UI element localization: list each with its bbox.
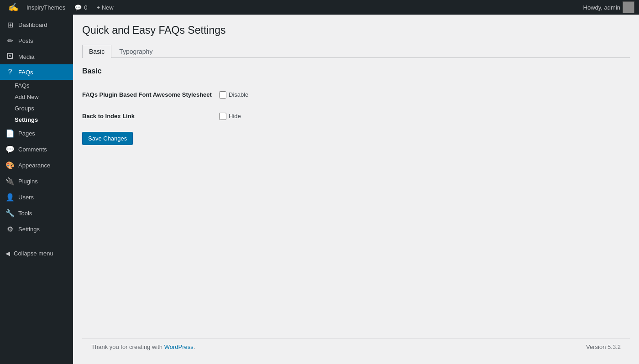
comments-icon: 💬 bbox=[5, 145, 15, 154]
sidebar-item-plugins[interactable]: 🔌 Plugins bbox=[0, 173, 73, 189]
dashboard-icon: ⊞ bbox=[5, 21, 15, 29]
wordpress-link[interactable]: WordPress bbox=[164, 343, 194, 350]
sidebar-item-label: Users bbox=[18, 194, 34, 201]
sidebar-item-label: Tools bbox=[18, 210, 32, 217]
font-awesome-checkbox[interactable] bbox=[219, 91, 226, 99]
font-awesome-checkbox-label[interactable]: Disable bbox=[219, 91, 424, 99]
sidebar-item-label: Appearance bbox=[18, 162, 50, 169]
section-heading: Basic bbox=[82, 67, 630, 75]
sidebar-item-comments[interactable]: 💬 Comments bbox=[0, 141, 73, 157]
users-icon: 👤 bbox=[5, 193, 15, 202]
sidebar-item-settings[interactable]: ⚙ Settings bbox=[0, 221, 73, 237]
back-to-index-checkbox[interactable] bbox=[219, 113, 226, 120]
settings-form: FAQs Plugin Based Font Awesome Styleshee… bbox=[82, 84, 424, 127]
table-row: FAQs Plugin Based Font Awesome Styleshee… bbox=[82, 84, 424, 106]
sidebar-item-users[interactable]: 👤 Users bbox=[0, 189, 73, 205]
plugins-icon: 🔌 bbox=[5, 177, 15, 186]
collapse-label: Collapse menu bbox=[14, 250, 53, 257]
admin-bar-right: Howdy, admin bbox=[583, 1, 634, 13]
sidebar-item-pages[interactable]: 📄 Pages bbox=[0, 125, 73, 141]
sidebar-item-label: Comments bbox=[18, 146, 47, 153]
comments-link[interactable]: 💬 0 bbox=[70, 0, 92, 15]
font-awesome-checkbox-text: Disable bbox=[229, 91, 248, 98]
sidebar-item-tools[interactable]: 🔧 Tools bbox=[0, 205, 73, 221]
faqs-submenu-add-new[interactable]: Add New bbox=[0, 91, 73, 103]
footer: Thank you for creating with WordPress. V… bbox=[82, 338, 630, 355]
tab-basic[interactable]: Basic bbox=[82, 45, 111, 58]
sidebar-item-posts[interactable]: ✏ Posts bbox=[0, 33, 73, 49]
main-content: Quick and Easy FAQs Settings Basic Typog… bbox=[73, 15, 639, 364]
appearance-icon: 🎨 bbox=[5, 161, 15, 170]
faqs-submenu: FAQs Add New Groups Settings bbox=[0, 80, 73, 125]
faqs-submenu-groups[interactable]: Groups bbox=[0, 103, 73, 114]
pages-icon: 📄 bbox=[5, 129, 15, 138]
table-row: Back to Index Link Hide bbox=[82, 105, 424, 127]
settings-icon: ⚙ bbox=[5, 225, 15, 234]
sidebar-item-dashboard[interactable]: ⊞ Dashboard bbox=[0, 17, 73, 33]
collapse-icon: ◀ bbox=[5, 250, 10, 257]
tools-icon: 🔧 bbox=[5, 209, 15, 218]
sidebar-item-label: FAQs bbox=[18, 69, 33, 76]
faqs-submenu-faqs[interactable]: FAQs bbox=[0, 80, 73, 91]
wp-logo[interactable]: ✍ bbox=[5, 0, 22, 15]
sidebar-item-label: Plugins bbox=[18, 178, 38, 185]
sidebar-item-faqs[interactable]: ? FAQs bbox=[0, 64, 73, 80]
sidebar-item-label: Settings bbox=[18, 226, 40, 233]
comments-count: 0 bbox=[84, 4, 87, 11]
sidebar-item-appearance[interactable]: 🎨 Appearance bbox=[0, 157, 73, 173]
sidebar-item-label: Media bbox=[18, 53, 34, 60]
collapse-menu-button[interactable]: ◀ Collapse menu bbox=[0, 246, 73, 260]
font-awesome-label: FAQs Plugin Based Font Awesome Styleshee… bbox=[82, 84, 219, 106]
back-to-index-checkbox-text: Hide bbox=[229, 113, 241, 120]
content-wrap: Quick and Easy FAQs Settings Basic Typog… bbox=[82, 24, 630, 338]
sidebar-item-label: Posts bbox=[18, 37, 33, 44]
sidebar-item-media[interactable]: 🖼 Media bbox=[0, 49, 73, 64]
footer-text: Thank you for creating with bbox=[91, 343, 164, 350]
admin-bar: ✍ InspiryThemes 💬 0 + New Howdy, admin bbox=[0, 0, 639, 15]
tab-typography[interactable]: Typography bbox=[112, 45, 159, 58]
version-text: Version 5.3.2 bbox=[586, 343, 621, 350]
back-to-index-checkbox-label[interactable]: Hide bbox=[219, 113, 424, 120]
admin-avatar[interactable] bbox=[623, 1, 634, 13]
save-changes-button[interactable]: Save Changes bbox=[82, 132, 133, 145]
comments-icon: 💬 bbox=[74, 4, 82, 11]
site-name-link[interactable]: InspiryThemes bbox=[22, 0, 70, 15]
posts-icon: ✏ bbox=[5, 36, 15, 45]
howdy-text: Howdy, admin bbox=[583, 4, 620, 11]
sidebar-item-label: Pages bbox=[18, 130, 35, 137]
media-icon: 🖼 bbox=[5, 52, 15, 61]
sidebar: ⊞ Dashboard ✏ Posts 🖼 Media ? FAQs FAQs … bbox=[0, 15, 73, 364]
tab-bar: Basic Typography bbox=[82, 44, 630, 58]
footer-credit: Thank you for creating with WordPress. bbox=[91, 343, 195, 350]
faqs-icon: ? bbox=[5, 68, 15, 76]
faqs-submenu-settings[interactable]: Settings bbox=[0, 114, 73, 125]
back-to-index-label: Back to Index Link bbox=[82, 105, 219, 127]
page-title: Quick and Easy FAQs Settings bbox=[82, 24, 630, 37]
new-content-link[interactable]: + New bbox=[92, 0, 118, 15]
sidebar-item-label: Dashboard bbox=[18, 21, 47, 28]
